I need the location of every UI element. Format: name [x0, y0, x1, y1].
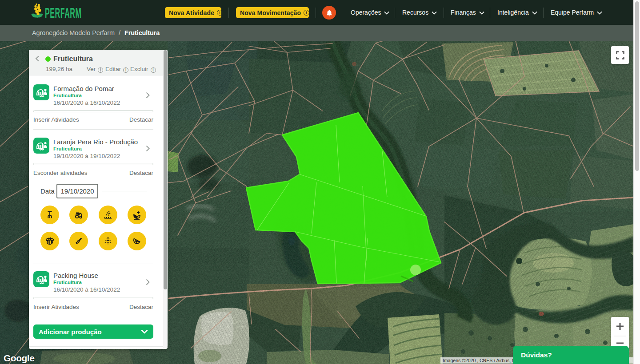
svg-text:PERFARM: PERFARM	[45, 5, 81, 20]
